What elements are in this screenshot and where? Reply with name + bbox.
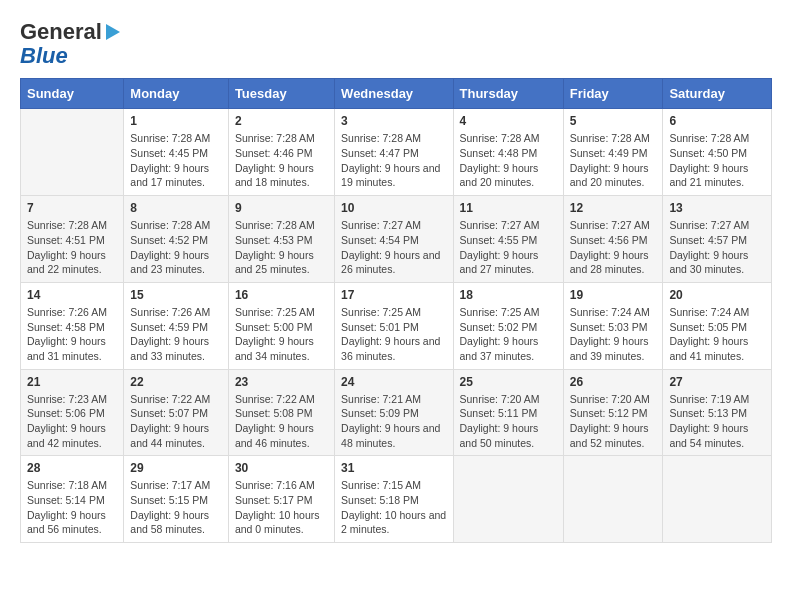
sunrise-text: Sunrise: 7:17 AM bbox=[130, 479, 210, 491]
sunset-text: Sunset: 5:01 PM bbox=[341, 321, 419, 333]
week-row-5: 28 Sunrise: 7:18 AM Sunset: 5:14 PM Dayl… bbox=[21, 456, 772, 543]
daylight-text: Daylight: 9 hours and 34 minutes. bbox=[235, 335, 314, 362]
day-number: 19 bbox=[570, 288, 657, 302]
day-number: 28 bbox=[27, 461, 117, 475]
sunrise-text: Sunrise: 7:28 AM bbox=[130, 132, 210, 144]
daylight-text: Daylight: 9 hours and 19 minutes. bbox=[341, 162, 440, 189]
day-info: Sunrise: 7:28 AM Sunset: 4:51 PM Dayligh… bbox=[27, 218, 117, 277]
calendar-cell: 9 Sunrise: 7:28 AM Sunset: 4:53 PM Dayli… bbox=[228, 196, 334, 283]
daylight-text: Daylight: 9 hours and 26 minutes. bbox=[341, 249, 440, 276]
calendar-cell: 8 Sunrise: 7:28 AM Sunset: 4:52 PM Dayli… bbox=[124, 196, 229, 283]
sunset-text: Sunset: 4:54 PM bbox=[341, 234, 419, 246]
sunset-text: Sunset: 5:13 PM bbox=[669, 407, 747, 419]
weekday-header-thursday: Thursday bbox=[453, 79, 563, 109]
day-number: 15 bbox=[130, 288, 222, 302]
page-header: General Blue bbox=[20, 20, 772, 68]
sunset-text: Sunset: 4:53 PM bbox=[235, 234, 313, 246]
day-number: 22 bbox=[130, 375, 222, 389]
calendar-cell: 26 Sunrise: 7:20 AM Sunset: 5:12 PM Dayl… bbox=[563, 369, 663, 456]
sunset-text: Sunset: 5:00 PM bbox=[235, 321, 313, 333]
day-info: Sunrise: 7:22 AM Sunset: 5:07 PM Dayligh… bbox=[130, 392, 222, 451]
day-number: 21 bbox=[27, 375, 117, 389]
sunset-text: Sunset: 5:18 PM bbox=[341, 494, 419, 506]
calendar-cell: 15 Sunrise: 7:26 AM Sunset: 4:59 PM Dayl… bbox=[124, 282, 229, 369]
day-info: Sunrise: 7:27 AM Sunset: 4:54 PM Dayligh… bbox=[341, 218, 446, 277]
day-info: Sunrise: 7:20 AM Sunset: 5:12 PM Dayligh… bbox=[570, 392, 657, 451]
daylight-text: Daylight: 9 hours and 54 minutes. bbox=[669, 422, 748, 449]
calendar-cell: 6 Sunrise: 7:28 AM Sunset: 4:50 PM Dayli… bbox=[663, 109, 772, 196]
daylight-text: Daylight: 9 hours and 56 minutes. bbox=[27, 509, 106, 536]
sunset-text: Sunset: 5:17 PM bbox=[235, 494, 313, 506]
sunset-text: Sunset: 4:59 PM bbox=[130, 321, 208, 333]
sunrise-text: Sunrise: 7:28 AM bbox=[669, 132, 749, 144]
day-number: 30 bbox=[235, 461, 328, 475]
sunrise-text: Sunrise: 7:24 AM bbox=[570, 306, 650, 318]
weekday-header-monday: Monday bbox=[124, 79, 229, 109]
weekday-header-row: SundayMondayTuesdayWednesdayThursdayFrid… bbox=[21, 79, 772, 109]
sunset-text: Sunset: 5:07 PM bbox=[130, 407, 208, 419]
day-number: 7 bbox=[27, 201, 117, 215]
calendar-cell: 27 Sunrise: 7:19 AM Sunset: 5:13 PM Dayl… bbox=[663, 369, 772, 456]
sunset-text: Sunset: 4:48 PM bbox=[460, 147, 538, 159]
weekday-header-friday: Friday bbox=[563, 79, 663, 109]
sunrise-text: Sunrise: 7:27 AM bbox=[669, 219, 749, 231]
daylight-text: Daylight: 9 hours and 30 minutes. bbox=[669, 249, 748, 276]
sunset-text: Sunset: 4:45 PM bbox=[130, 147, 208, 159]
day-number: 31 bbox=[341, 461, 446, 475]
day-info: Sunrise: 7:22 AM Sunset: 5:08 PM Dayligh… bbox=[235, 392, 328, 451]
day-info: Sunrise: 7:28 AM Sunset: 4:53 PM Dayligh… bbox=[235, 218, 328, 277]
sunset-text: Sunset: 4:47 PM bbox=[341, 147, 419, 159]
sunrise-text: Sunrise: 7:16 AM bbox=[235, 479, 315, 491]
day-info: Sunrise: 7:15 AM Sunset: 5:18 PM Dayligh… bbox=[341, 478, 446, 537]
sunset-text: Sunset: 5:02 PM bbox=[460, 321, 538, 333]
sunrise-text: Sunrise: 7:28 AM bbox=[460, 132, 540, 144]
sunrise-text: Sunrise: 7:25 AM bbox=[341, 306, 421, 318]
day-number: 20 bbox=[669, 288, 765, 302]
day-info: Sunrise: 7:20 AM Sunset: 5:11 PM Dayligh… bbox=[460, 392, 557, 451]
day-info: Sunrise: 7:18 AM Sunset: 5:14 PM Dayligh… bbox=[27, 478, 117, 537]
sunrise-text: Sunrise: 7:28 AM bbox=[130, 219, 210, 231]
sunrise-text: Sunrise: 7:22 AM bbox=[235, 393, 315, 405]
sunset-text: Sunset: 5:15 PM bbox=[130, 494, 208, 506]
sunrise-text: Sunrise: 7:28 AM bbox=[341, 132, 421, 144]
sunrise-text: Sunrise: 7:25 AM bbox=[460, 306, 540, 318]
sunset-text: Sunset: 5:03 PM bbox=[570, 321, 648, 333]
daylight-text: Daylight: 9 hours and 20 minutes. bbox=[570, 162, 649, 189]
day-info: Sunrise: 7:28 AM Sunset: 4:50 PM Dayligh… bbox=[669, 131, 765, 190]
calendar-cell: 25 Sunrise: 7:20 AM Sunset: 5:11 PM Dayl… bbox=[453, 369, 563, 456]
sunset-text: Sunset: 4:51 PM bbox=[27, 234, 105, 246]
calendar-cell: 5 Sunrise: 7:28 AM Sunset: 4:49 PM Dayli… bbox=[563, 109, 663, 196]
daylight-text: Daylight: 9 hours and 31 minutes. bbox=[27, 335, 106, 362]
day-number: 2 bbox=[235, 114, 328, 128]
daylight-text: Daylight: 9 hours and 21 minutes. bbox=[669, 162, 748, 189]
calendar-cell bbox=[21, 109, 124, 196]
day-number: 27 bbox=[669, 375, 765, 389]
sunrise-text: Sunrise: 7:26 AM bbox=[27, 306, 107, 318]
week-row-4: 21 Sunrise: 7:23 AM Sunset: 5:06 PM Dayl… bbox=[21, 369, 772, 456]
day-info: Sunrise: 7:27 AM Sunset: 4:55 PM Dayligh… bbox=[460, 218, 557, 277]
day-info: Sunrise: 7:25 AM Sunset: 5:00 PM Dayligh… bbox=[235, 305, 328, 364]
sunrise-text: Sunrise: 7:28 AM bbox=[27, 219, 107, 231]
day-number: 4 bbox=[460, 114, 557, 128]
day-info: Sunrise: 7:28 AM Sunset: 4:48 PM Dayligh… bbox=[460, 131, 557, 190]
calendar-table: SundayMondayTuesdayWednesdayThursdayFrid… bbox=[20, 78, 772, 543]
day-info: Sunrise: 7:28 AM Sunset: 4:49 PM Dayligh… bbox=[570, 131, 657, 190]
daylight-text: Daylight: 9 hours and 58 minutes. bbox=[130, 509, 209, 536]
sunrise-text: Sunrise: 7:28 AM bbox=[235, 132, 315, 144]
day-info: Sunrise: 7:27 AM Sunset: 4:57 PM Dayligh… bbox=[669, 218, 765, 277]
sunset-text: Sunset: 5:14 PM bbox=[27, 494, 105, 506]
daylight-text: Daylight: 9 hours and 20 minutes. bbox=[460, 162, 539, 189]
day-number: 13 bbox=[669, 201, 765, 215]
day-number: 24 bbox=[341, 375, 446, 389]
sunrise-text: Sunrise: 7:25 AM bbox=[235, 306, 315, 318]
day-info: Sunrise: 7:17 AM Sunset: 5:15 PM Dayligh… bbox=[130, 478, 222, 537]
sunset-text: Sunset: 5:12 PM bbox=[570, 407, 648, 419]
daylight-text: Daylight: 10 hours and 2 minutes. bbox=[341, 509, 446, 536]
daylight-text: Daylight: 9 hours and 23 minutes. bbox=[130, 249, 209, 276]
day-number: 1 bbox=[130, 114, 222, 128]
sunrise-text: Sunrise: 7:26 AM bbox=[130, 306, 210, 318]
sunset-text: Sunset: 4:56 PM bbox=[570, 234, 648, 246]
daylight-text: Daylight: 9 hours and 37 minutes. bbox=[460, 335, 539, 362]
day-info: Sunrise: 7:28 AM Sunset: 4:52 PM Dayligh… bbox=[130, 218, 222, 277]
sunset-text: Sunset: 4:50 PM bbox=[669, 147, 747, 159]
